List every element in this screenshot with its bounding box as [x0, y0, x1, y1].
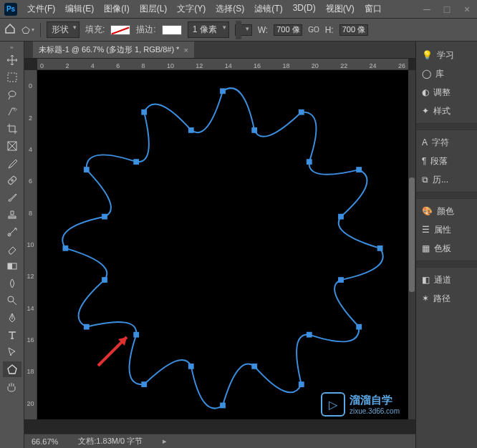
- annotation-arrow-icon: [95, 326, 138, 369]
- quick-select-tool[interactable]: [3, 104, 21, 120]
- history-brush-tool[interactable]: [3, 224, 21, 240]
- panel-libraries[interactable]: ◯ 库: [416, 64, 477, 83]
- panel-label: 属性: [434, 224, 451, 236]
- close-button[interactable]: ×: [461, 4, 473, 15]
- svg-marker-0: [22, 26, 30, 33]
- panel-label: 段落: [430, 155, 448, 167]
- stroke-width-input[interactable]: 1 像素: [188, 21, 229, 38]
- ruler-tick: 10: [26, 241, 34, 248]
- scrollbar-thumb[interactable]: [409, 177, 415, 292]
- menu-edit[interactable]: 编辑(E): [61, 1, 98, 17]
- dodge-tool[interactable]: [3, 293, 21, 308]
- panel-channels[interactable]: ◧ 通道: [416, 271, 477, 289]
- window-controls: ─ □ ×: [421, 4, 473, 15]
- home-icon[interactable]: [4, 24, 16, 36]
- stroke-label: 描边:: [136, 24, 155, 36]
- width-input[interactable]: [274, 24, 302, 36]
- canvas[interactable]: [37, 70, 408, 419]
- panel-label: 调整: [433, 87, 450, 99]
- panel-color[interactable]: 🎨 颜色: [416, 202, 477, 220]
- frame-tool[interactable]: [3, 138, 21, 154]
- tab-close-icon[interactable]: ×: [183, 46, 188, 54]
- svg-point-8: [8, 296, 14, 302]
- hand-tool[interactable]: [3, 379, 21, 394]
- ruler-tick: 20: [26, 400, 34, 407]
- pen-tool[interactable]: [3, 310, 21, 326]
- ruler-tick: 26: [398, 62, 405, 69]
- brush-tool[interactable]: [3, 190, 21, 205]
- svg-rect-26: [85, 325, 89, 329]
- zoom-level[interactable]: 66.67%: [32, 437, 58, 446]
- panel-properties[interactable]: ☰ 属性: [416, 220, 477, 239]
- ruler-tick: 4: [29, 146, 32, 153]
- panel-label: 颜色: [437, 205, 454, 218]
- move-tool[interactable]: [3, 52, 21, 68]
- gradient-tool[interactable]: [3, 258, 21, 274]
- panel-character[interactable]: A 字符: [416, 133, 477, 152]
- svg-rect-18: [357, 325, 361, 329]
- document-tabs: 未标题-1 @ 66.7% (多边形 1, RGB/8#) * ×: [24, 42, 415, 59]
- svg-rect-31: [134, 160, 138, 164]
- eraser-tool[interactable]: [3, 241, 21, 257]
- menu-3d[interactable]: 3D(D): [289, 1, 320, 17]
- panel-swatches[interactable]: ▦ 色板: [416, 239, 477, 258]
- panel-paragraph[interactable]: ¶ 段落: [416, 152, 477, 170]
- panel-adjustments[interactable]: ◐ 调整: [416, 83, 477, 102]
- fill-swatch[interactable]: [110, 25, 130, 35]
- stroke-swatch[interactable]: [162, 25, 182, 35]
- menu-filter[interactable]: 滤镜(T): [250, 1, 286, 17]
- canvas-area: 0 2 4 6 8 10 12 14 16 18 20 22 24 26 0 2…: [24, 59, 415, 434]
- status-flyout-icon[interactable]: ▸: [163, 437, 167, 446]
- heal-tool[interactable]: [3, 172, 21, 188]
- path-select-tool[interactable]: [3, 344, 21, 360]
- shape-tool-preset[interactable]: ▾: [21, 25, 34, 35]
- menu-view[interactable]: 视图(V): [322, 1, 359, 17]
- ruler-tick: 8: [29, 210, 32, 217]
- polygon-shape-path[interactable]: [37, 70, 408, 419]
- ruler-tick: 22: [340, 62, 347, 69]
- eyedropper-tool[interactable]: [3, 155, 21, 171]
- menu-select[interactable]: 选择(S): [211, 1, 249, 17]
- ruler-vertical[interactable]: 0 2 4 6 8 10 12 14 16 18 20: [24, 70, 37, 419]
- minimize-button[interactable]: ─: [421, 4, 433, 15]
- ruler-horizontal[interactable]: 0 2 4 6 8 10 12 14 16 18 20 22 24 26: [37, 59, 408, 70]
- tool-mode-dropdown[interactable]: 形状: [47, 21, 80, 38]
- stroke-style-dropdown[interactable]: [235, 24, 252, 36]
- height-input[interactable]: [339, 24, 368, 36]
- svg-rect-27: [102, 278, 107, 282]
- panel-label: 学习: [437, 49, 454, 62]
- menu-file[interactable]: 文件(F): [23, 1, 59, 17]
- menu-layer[interactable]: 图层(L): [135, 1, 172, 17]
- stamp-tool[interactable]: [3, 207, 21, 223]
- crop-tool[interactable]: [3, 121, 21, 137]
- cc-icon: ◯: [422, 69, 431, 79]
- panel-styles[interactable]: ✦ 样式: [416, 102, 477, 120]
- type-tool[interactable]: [3, 327, 21, 343]
- doc-info[interactable]: 文档:1.83M/0 字节: [78, 436, 143, 447]
- shape-tool[interactable]: [3, 361, 21, 377]
- ruler-tick: 0: [40, 62, 44, 69]
- ruler-tick: 18: [282, 62, 289, 69]
- options-bar: ▾ 形状 填充: 描边: 1 像素 W: GO H:: [0, 19, 477, 42]
- channels-icon: ◧: [422, 275, 430, 285]
- svg-rect-29: [102, 215, 107, 219]
- blur-tool[interactable]: [3, 276, 21, 291]
- marquee-tool[interactable]: [3, 69, 21, 85]
- tools-panel: »: [0, 42, 24, 448]
- menu-type[interactable]: 文字(Y): [173, 1, 210, 17]
- link-wh-icon[interactable]: GO: [308, 26, 319, 34]
- svg-rect-30: [85, 167, 89, 172]
- maximize-button[interactable]: □: [441, 4, 453, 15]
- watermark-play-icon: ▷: [321, 392, 345, 417]
- lasso-tool[interactable]: [3, 87, 21, 102]
- ruler-tick: 12: [26, 273, 34, 280]
- document-tab[interactable]: 未标题-1 @ 66.7% (多边形 1, RGB/8#) * ×: [33, 42, 194, 58]
- panel-paths[interactable]: ✶ 路径: [416, 289, 477, 308]
- panel-history[interactable]: ⧉ 历...: [416, 170, 477, 189]
- panel-learn[interactable]: 💡 学习: [416, 46, 477, 64]
- menu-image[interactable]: 图像(I): [100, 1, 133, 17]
- svg-rect-19: [307, 333, 312, 337]
- toolbar-collapse-icon[interactable]: »: [10, 44, 13, 52]
- scrollbar-vertical[interactable]: [408, 70, 415, 419]
- menu-window[interactable]: 窗口: [360, 1, 386, 17]
